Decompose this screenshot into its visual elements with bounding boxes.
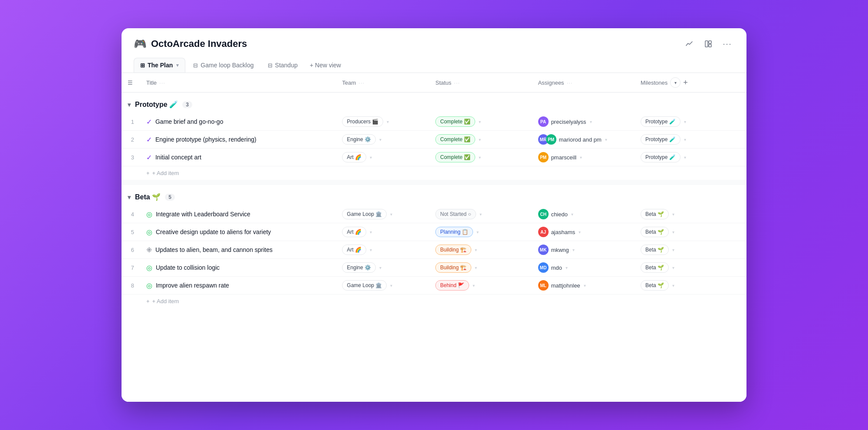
milestone-badge[interactable]: Beta 🌱 — [641, 227, 669, 237]
team-dropdown-arrow[interactable]: ▾ — [379, 265, 381, 270]
table-header-row: ☰ Title ··· Team ··· — [122, 73, 746, 93]
assignee-dropdown-arrow[interactable]: ▾ — [605, 137, 607, 142]
task-title-text[interactable]: Updates to alien, beam, and cannon sprit… — [155, 246, 273, 253]
task-title-cell: ✓ Engine prototype (physics, rendering) — [140, 131, 336, 149]
status-badge[interactable]: Not Started ○ — [435, 209, 476, 219]
assignee-dropdown-arrow[interactable]: ▾ — [584, 283, 586, 288]
team-badge[interactable]: Art 🌈 — [342, 152, 366, 162]
team-dropdown-arrow[interactable]: ▾ — [370, 155, 372, 160]
milestones-col-label: Milestones — [641, 79, 667, 86]
milestone-cell: Prototype 🧪 ▾ — [635, 131, 728, 149]
task-title-text[interactable]: Engine prototype (physics, rendering) — [155, 136, 256, 143]
status-dropdown-arrow[interactable]: ▾ — [477, 230, 479, 235]
add-item-row-prototype[interactable]: + + Add item — [122, 166, 746, 180]
add-column-btn[interactable]: + — [683, 78, 688, 87]
milestone-badge[interactable]: Beta 🌱 — [641, 245, 669, 255]
status-dropdown-arrow[interactable]: ▾ — [475, 248, 477, 252]
task-title-text[interactable]: Integrate with Leaderboard Service — [156, 211, 250, 218]
milestone-cell: Prototype 🧪 ▾ — [635, 113, 728, 131]
task-title-text[interactable]: Creative design update to aliens for var… — [156, 228, 271, 235]
task-title-text[interactable]: Game brief and go-no-go — [155, 118, 223, 125]
assignee-name: preciselyalyss — [551, 119, 586, 125]
team-badge[interactable]: Engine ⚙️ — [342, 262, 376, 273]
tab-dropdown-arrow[interactable]: ▾ — [176, 63, 179, 68]
team-badge[interactable]: Producers 🎬 — [342, 116, 383, 127]
milestone-badge[interactable]: Beta 🌱 — [641, 209, 669, 219]
status-badge[interactable]: Complete ✅ — [435, 152, 475, 162]
status-cell: Building 🏗️ ▾ — [429, 241, 532, 259]
add-item-row-beta[interactable]: + + Add item — [122, 294, 746, 308]
milestone-badge[interactable]: Beta 🌱 — [641, 262, 669, 273]
status-dropdown-arrow[interactable]: ▾ — [479, 155, 481, 160]
action-col-header — [728, 73, 746, 93]
status-col-dots[interactable]: ··· — [454, 79, 460, 86]
more-options-btn[interactable]: ··· — [720, 37, 734, 51]
team-dropdown-arrow[interactable]: ▾ — [379, 137, 381, 142]
status-dropdown-arrow[interactable]: ▾ — [480, 212, 482, 217]
team-badge[interactable]: Art 🌈 — [342, 227, 366, 237]
filter-icon[interactable]: ☰ — [128, 79, 133, 86]
assignee-dropdown-arrow[interactable]: ▾ — [572, 248, 575, 252]
milestones-dropdown-btn[interactable]: ▾ — [670, 77, 681, 88]
milestone-dropdown-arrow[interactable]: ▾ — [672, 212, 674, 217]
assignee-dropdown-arrow[interactable]: ▾ — [566, 265, 568, 270]
status-badge[interactable]: Building 🏗️ — [435, 245, 471, 255]
row-num: 6 — [122, 241, 140, 259]
status-badge[interactable]: Building 🏗️ — [435, 262, 471, 273]
status-dropdown-arrow[interactable]: ▾ — [479, 119, 481, 124]
row-num: 8 — [122, 277, 140, 294]
milestone-badge[interactable]: Prototype 🧪 — [641, 116, 681, 127]
new-view-btn[interactable]: + New view — [306, 58, 345, 72]
team-dropdown-arrow[interactable]: ▾ — [370, 248, 372, 252]
milestone-dropdown-arrow[interactable]: ▾ — [672, 283, 674, 288]
team-badge[interactable]: Engine ⚙️ — [342, 134, 376, 145]
milestone-badge[interactable]: Prototype 🧪 — [641, 134, 681, 145]
team-badge[interactable]: Game Loop 🏛️ — [342, 280, 387, 291]
milestone-dropdown-arrow[interactable]: ▾ — [672, 265, 674, 270]
tab-standup[interactable]: ⊟ Standup — [262, 58, 304, 72]
milestone-dropdown-arrow[interactable]: ▾ — [672, 230, 674, 235]
task-title-text[interactable]: Update to collision logic — [156, 264, 220, 271]
tab-game-loop-backlog[interactable]: ⊟ Game loop Backlog — [187, 58, 260, 72]
task-title-text[interactable]: Initial concept art — [155, 154, 201, 161]
task-title-cell: ◎ Creative design update to aliens for v… — [140, 223, 336, 241]
assignee-dropdown-arrow[interactable]: ▾ — [590, 119, 592, 124]
assignee-cell: AJ ajashams ▾ — [532, 223, 635, 241]
title-col-dots[interactable]: ··· — [159, 79, 165, 86]
chart-icon-btn[interactable] — [682, 37, 696, 51]
team-col-dots[interactable]: ··· — [358, 79, 365, 86]
assignee-name: mariorod and pm — [559, 136, 602, 143]
team-badge[interactable]: Art 🌈 — [342, 245, 366, 255]
task-title-cell: ✓ Game brief and go-no-go — [140, 113, 336, 131]
milestone-dropdown-arrow[interactable]: ▾ — [684, 155, 686, 160]
milestone-cell: Beta 🌱 ▾ — [635, 277, 728, 294]
status-badge[interactable]: Complete ✅ — [435, 116, 475, 127]
team-dropdown-arrow[interactable]: ▾ — [390, 283, 392, 288]
status-badge[interactable]: Behind 🚩 — [435, 280, 469, 291]
milestone-badge[interactable]: Beta 🌱 — [641, 280, 669, 291]
beta-toggle[interactable]: ▾ — [128, 194, 131, 201]
team-dropdown-arrow[interactable]: ▾ — [370, 230, 372, 235]
status-dropdown-arrow[interactable]: ▾ — [475, 265, 477, 270]
status-badge[interactable]: Planning 📋 — [435, 227, 473, 237]
team-dropdown-arrow[interactable]: ▾ — [387, 119, 389, 124]
status-dropdown-arrow[interactable]: ▾ — [473, 283, 475, 288]
assignee-dropdown-arrow[interactable]: ▾ — [571, 212, 573, 217]
title-col-header: Title ··· — [140, 73, 336, 93]
milestone-dropdown-arrow[interactable]: ▾ — [684, 119, 686, 124]
assignee-dropdown-arrow[interactable]: ▾ — [580, 155, 582, 160]
milestone-dropdown-arrow[interactable]: ▾ — [672, 248, 674, 252]
assignee-dropdown-arrow[interactable]: ▾ — [579, 230, 581, 235]
prototype-toggle[interactable]: ▾ — [128, 101, 131, 108]
milestone-dropdown-arrow[interactable]: ▾ — [684, 137, 686, 142]
team-dropdown-arrow[interactable]: ▾ — [390, 212, 392, 217]
tab-the-plan[interactable]: ⊞ The Plan ▾ — [134, 58, 185, 73]
status-badge[interactable]: Complete ✅ — [435, 134, 475, 145]
milestone-badge[interactable]: Prototype 🧪 — [641, 152, 681, 162]
task-title-text[interactable]: Improve alien respawn rate — [156, 282, 229, 289]
assignees-col-dots[interactable]: ··· — [567, 79, 573, 86]
status-dropdown-arrow[interactable]: ▾ — [479, 137, 481, 142]
team-badge[interactable]: Game Loop 🏛️ — [342, 209, 387, 219]
status-cell: Not Started ○ ▾ — [429, 205, 532, 223]
layout-icon-btn[interactable] — [701, 37, 715, 51]
